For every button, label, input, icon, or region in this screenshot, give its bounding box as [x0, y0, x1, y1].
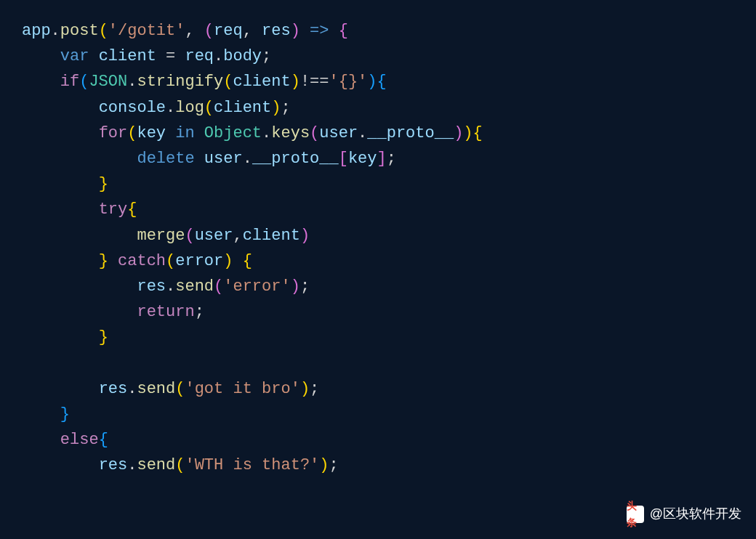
code-token: key — [348, 150, 377, 168]
code-token: . — [262, 124, 271, 142]
code-token: stringify — [137, 73, 223, 91]
code-token: ( — [204, 22, 214, 40]
code-token: __proto__ — [367, 124, 454, 142]
code-token: ( — [127, 124, 137, 142]
code-token: app — [22, 22, 51, 40]
code-token: . — [214, 47, 223, 65]
code-editor[interactable]: app.post('/gotit', (req, res) => { var c… — [22, 18, 756, 478]
code-token: in — [175, 124, 194, 142]
code-token: '/gotit' — [108, 22, 185, 40]
code-token: JSON — [89, 73, 127, 91]
code-token: res — [99, 456, 128, 474]
code-token: ) — [291, 73, 300, 91]
code-line[interactable]: } — [22, 171, 756, 197]
code-token: ( — [175, 456, 185, 474]
code-token: . — [166, 277, 175, 296]
code-token: error — [175, 252, 223, 270]
code-token: = — [156, 47, 185, 65]
code-token: try — [99, 200, 128, 219]
code-token: res — [262, 22, 291, 40]
watermark-username: @区块软件开发 — [650, 503, 741, 524]
code-token: ; — [387, 150, 396, 168]
code-token — [89, 47, 98, 65]
code-token: user — [204, 150, 243, 168]
watermark: 头条 @区块软件开发 — [627, 503, 741, 524]
code-line[interactable]: else{ — [22, 427, 756, 453]
code-token: ) — [367, 73, 377, 91]
code-line[interactable]: } — [22, 325, 756, 350]
code-token: { — [243, 252, 252, 270]
code-token — [233, 252, 242, 270]
code-token: } — [60, 405, 70, 423]
code-token: ) — [300, 380, 310, 398]
code-token: log — [175, 99, 204, 117]
code-line[interactable]: res.send('WTH is that?'); — [22, 453, 756, 478]
code-token — [108, 252, 118, 270]
code-token: . — [243, 150, 252, 168]
code-token: . — [358, 124, 367, 142]
code-token: . — [51, 22, 60, 40]
code-token: [ — [339, 150, 348, 168]
code-token: ( — [214, 277, 223, 296]
code-line[interactable]: console.log(client); — [22, 95, 756, 121]
code-token: user — [195, 227, 233, 245]
code-line[interactable]: } catch(error) { — [22, 248, 756, 274]
code-token: , — [185, 22, 204, 40]
code-token: ) — [223, 252, 233, 270]
code-token: catch — [118, 252, 166, 270]
code-token: , — [243, 22, 262, 40]
code-token: key — [137, 124, 166, 142]
code-token: ( — [166, 252, 175, 270]
code-token: ) — [271, 99, 281, 117]
code-token: ] — [377, 150, 387, 168]
code-token: ( — [310, 124, 319, 142]
code-line[interactable]: merge(user,client) — [22, 223, 756, 248]
code-token: if — [60, 73, 79, 91]
code-token: ; — [262, 47, 271, 65]
code-token: ; — [310, 380, 319, 398]
code-token: 'got it bro' — [185, 380, 299, 398]
code-token — [329, 22, 339, 40]
code-token: client — [99, 47, 156, 65]
code-token: ) — [319, 456, 329, 474]
code-token: send — [137, 380, 175, 398]
code-token: keys — [271, 124, 310, 142]
code-line[interactable]: try{ — [22, 197, 756, 222]
code-token: ( — [175, 380, 185, 398]
code-token: res — [99, 380, 128, 398]
code-token: } — [99, 175, 108, 193]
watermark-icon-label: 头条 — [627, 498, 644, 530]
code-token: client — [233, 73, 290, 91]
code-line[interactable]: if(JSON.stringify(client)!=='{}'){ — [22, 69, 756, 94]
code-token — [195, 124, 204, 142]
code-token: { — [339, 22, 348, 40]
code-line[interactable]: for(key in Object.keys(user.__proto__)){ — [22, 121, 756, 146]
code-token: ( — [204, 99, 214, 117]
code-token: ) — [454, 124, 463, 142]
code-line[interactable]: var client = req.body; — [22, 44, 756, 69]
code-token: ; — [329, 456, 339, 474]
code-token: for — [99, 124, 128, 142]
code-line[interactable]: } — [22, 402, 756, 427]
code-token: delete — [137, 150, 194, 168]
code-line[interactable]: res.send('got it bro'); — [22, 376, 756, 402]
code-line[interactable]: app.post('/gotit', (req, res) => { — [22, 18, 756, 44]
code-line[interactable]: delete user.__proto__[key]; — [22, 146, 756, 171]
code-token: ) — [463, 124, 472, 142]
code-token: => — [310, 22, 329, 40]
code-token: var — [60, 47, 89, 65]
code-token: ( — [79, 73, 89, 91]
code-token: __proto__ — [252, 150, 339, 168]
code-token: { — [127, 200, 137, 219]
code-token: { — [99, 431, 108, 449]
code-token: } — [99, 252, 108, 270]
code-line[interactable]: return; — [22, 299, 756, 325]
code-token: post — [60, 22, 99, 40]
code-token: } — [99, 328, 108, 346]
code-line[interactable]: res.send('error'); — [22, 274, 756, 299]
code-token: ( — [185, 227, 194, 245]
code-token: client — [214, 99, 271, 117]
code-token: , — [233, 227, 242, 245]
code-token: ) — [291, 277, 300, 296]
code-line[interactable] — [22, 350, 756, 376]
